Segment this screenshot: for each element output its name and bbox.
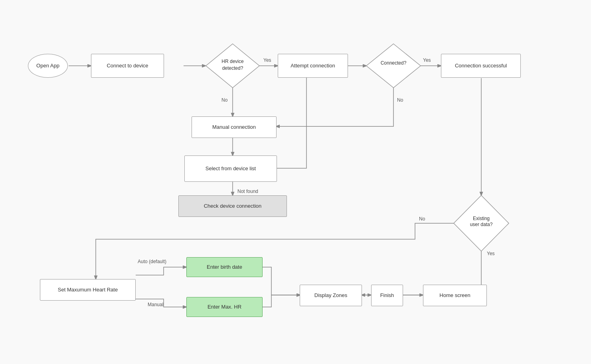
svg-text:Yes: Yes [263, 57, 271, 63]
set-hr-label: Set Maxumum Heart Rate [58, 287, 118, 293]
open-app-label: Open App [36, 63, 59, 69]
enter-birth-node: Enter birth date [186, 257, 263, 277]
svg-text:user data?: user data? [470, 222, 493, 227]
manual-connection-node: Manual connection [192, 116, 277, 138]
connect-device-label: Connect to device [107, 63, 148, 69]
enter-max-hr-node: Enter Max. HR [186, 297, 263, 317]
set-hr-node: Set Maxumum Heart Rate [40, 279, 136, 301]
svg-text:No: No [397, 97, 403, 103]
svg-text:No: No [221, 97, 228, 103]
svg-marker-14 [366, 44, 421, 88]
connect-device-node: Connect to device [91, 54, 164, 78]
svg-text:Connected?: Connected? [381, 60, 407, 66]
svg-text:detected?: detected? [222, 65, 243, 71]
check-device-node: Check device connection [178, 195, 287, 217]
attempt-connection-label: Attempt connection [291, 63, 335, 69]
select-device-list-label: Select from device list [206, 165, 256, 172]
svg-text:Auto (default): Auto (default) [138, 259, 166, 264]
svg-text:Not found: Not found [237, 189, 258, 194]
svg-text:No: No [419, 216, 425, 222]
home-screen-label: Home screen [439, 292, 470, 299]
finish-node: Finish [371, 285, 403, 306]
connection-successful-node: Connection successful [441, 54, 521, 78]
check-device-label: Check device connection [204, 203, 262, 210]
attempt-connection-node: Attempt connection [278, 54, 348, 78]
svg-text:Manual: Manual [148, 302, 163, 307]
svg-text:Yes: Yes [487, 251, 495, 256]
home-screen-node: Home screen [423, 285, 487, 306]
svg-text:Yes: Yes [423, 57, 431, 63]
flowchart-container: HR device detected? Connected? Existing … [0, 0, 591, 364]
svg-text:Existing: Existing [473, 216, 490, 221]
enter-max-hr-label: Enter Max. HR [208, 304, 241, 311]
open-app-node: Open App [28, 54, 68, 78]
select-device-list-node: Select from device list [184, 155, 277, 182]
finish-label: Finish [380, 292, 394, 299]
manual-connection-label: Manual connection [212, 124, 256, 131]
connection-successful-label: Connection successful [455, 63, 507, 69]
display-zones-node: Display Zones [300, 285, 362, 306]
enter-birth-label: Enter birth date [207, 264, 242, 271]
svg-text:HR device: HR device [221, 59, 244, 64]
display-zones-label: Display Zones [314, 292, 347, 299]
